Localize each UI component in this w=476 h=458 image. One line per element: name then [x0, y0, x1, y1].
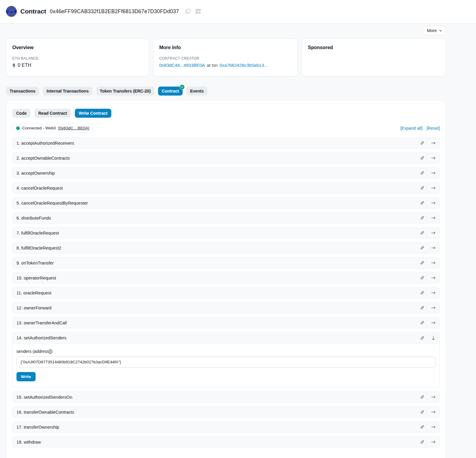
page-title: Contract — [20, 8, 46, 15]
permalink-icon[interactable] — [420, 440, 425, 444]
permalink-icon[interactable] — [420, 216, 425, 220]
function-row-7[interactable]: 7. fulfillOracleRequest — [12, 227, 440, 238]
more-dropdown-label: More — [427, 28, 437, 33]
function-row-4[interactable]: 4. cancelOracleRequest — [12, 182, 440, 194]
function-label: 12. ownerForward — [16, 306, 51, 310]
function-row-15[interactable]: 15. setAuthorizedSendersOn — [12, 392, 440, 403]
creation-txn-link[interactable]: 0xa7662428c3b5eb13… — [219, 63, 268, 68]
function-label: 3. acceptOwnership — [16, 171, 55, 176]
subtab-write-contract[interactable]: Write Contract — [75, 109, 111, 118]
permalink-icon[interactable] — [420, 201, 425, 205]
expand-arrow-icon[interactable] — [431, 306, 436, 310]
subtab-read-contract[interactable]: Read Contract — [34, 109, 71, 118]
tab-token-transfers[interactable]: Token Transfers (ERC-20) — [96, 87, 154, 96]
at-txn-text: at txn — [207, 63, 218, 68]
more-dropdown-button[interactable]: More — [423, 26, 446, 35]
expand-arrow-icon[interactable] — [431, 246, 436, 250]
expand-arrow-icon[interactable] — [431, 410, 436, 414]
copy-address-icon[interactable] — [186, 9, 190, 14]
function-row-16[interactable]: 16. transferOwnableContracts — [12, 406, 440, 418]
expand-arrow-icon[interactable] — [431, 141, 436, 145]
expand-arrow-icon[interactable] — [431, 395, 436, 399]
function-row-18[interactable]: 18. withdraw — [12, 436, 440, 448]
permalink-icon[interactable] — [420, 231, 425, 235]
connected-status-dot — [16, 126, 20, 130]
creator-address-link[interactable]: 0x83dC44...4933BE0A — [159, 63, 205, 68]
function-label: 2. acceptOwnableContracts — [16, 156, 70, 161]
page-body: More Overview ETH BALANCE 0 ETH More Inf… — [0, 24, 476, 458]
function-label: 18. withdraw — [16, 440, 41, 445]
expand-all-link[interactable]: [Expand all] — [400, 126, 422, 131]
function-label: 8. fulfillOracleRequest2 — [16, 246, 61, 250]
function-row-10[interactable]: 10. operatorRequest — [12, 272, 440, 283]
function-label: 13. ownerTransferAndCall — [16, 321, 67, 325]
function-row-5[interactable]: 5. cancelOracleRequestByRequester — [12, 197, 440, 208]
permalink-icon[interactable] — [420, 321, 425, 325]
expand-arrow-icon[interactable] — [431, 291, 436, 295]
permalink-icon[interactable] — [420, 246, 425, 250]
permalink-icon[interactable] — [420, 186, 425, 190]
expand-arrow-icon[interactable] — [431, 186, 436, 190]
tab-transactions[interactable]: Transactions — [6, 87, 39, 96]
function-label: 9. onTokenTransfer — [16, 261, 54, 265]
more-info-card: More Info CONTRACT CREATOR 0x83dC44...49… — [153, 39, 298, 76]
tab-contract-label: Contract — [162, 89, 179, 93]
function-row-2[interactable]: 2. acceptOwnableContracts — [12, 152, 440, 164]
permalink-icon[interactable] — [420, 306, 425, 310]
permalink-icon[interactable] — [420, 291, 425, 295]
permalink-icon[interactable] — [420, 156, 425, 160]
function-row-8[interactable]: 8. fulfillOracleRequest2 — [12, 242, 440, 253]
permalink-icon[interactable] — [420, 336, 425, 340]
contract-creator-label: CONTRACT CREATOR — [159, 56, 291, 61]
permalink-icon[interactable] — [420, 261, 425, 265]
senders-param-label: senders (address[]) — [16, 349, 436, 354]
function-label: 5. cancelOracleRequestByRequester — [16, 201, 88, 205]
overview-card: Overview ETH BALANCE 0 ETH — [6, 39, 149, 76]
function-row-11[interactable]: 11. oracleRequest — [12, 287, 440, 298]
contract-identicon-avatar — [6, 6, 17, 17]
write-button[interactable]: Write — [16, 372, 36, 381]
permalink-icon[interactable] — [420, 141, 425, 145]
expand-arrow-icon[interactable] — [431, 201, 436, 205]
function-row-6[interactable]: 6. distributeFunds — [12, 212, 440, 223]
function-row-13[interactable]: 13. ownerTransferAndCall — [12, 317, 440, 328]
expand-arrow-icon[interactable] — [431, 216, 436, 220]
collapse-arrow-icon[interactable] — [431, 336, 436, 340]
function-row-1[interactable]: 1. acceptAuthorizedReceivers — [12, 137, 440, 149]
chevron-down-icon — [439, 29, 442, 32]
expand-arrow-icon[interactable] — [431, 321, 436, 325]
permalink-icon[interactable] — [420, 276, 425, 280]
permalink-icon[interactable] — [420, 410, 425, 414]
connected-wallet-link[interactable]: [0x83dC....BE0A] — [58, 126, 89, 130]
function-label: 15. setAuthorizedSendersOn — [16, 395, 72, 400]
function-section-14: 14. setAuthorizedSenders senders (addres… — [12, 332, 440, 388]
qr-code-icon[interactable] — [196, 9, 201, 14]
permalink-icon[interactable] — [420, 171, 425, 175]
function-row-9[interactable]: 9. onTokenTransfer — [12, 257, 440, 268]
function-row-12[interactable]: 12. ownerForward — [12, 302, 440, 313]
expand-arrow-icon[interactable] — [431, 276, 436, 280]
function-label: 14. setAuthorizedSenders — [16, 335, 66, 340]
tab-events[interactable]: Events — [187, 87, 207, 96]
function-row-3[interactable]: 3. acceptOwnership — [12, 167, 440, 179]
expand-arrow-icon[interactable] — [431, 425, 436, 429]
function-label: 11. oracleRequest — [16, 291, 51, 295]
expand-arrow-icon[interactable] — [431, 156, 436, 160]
eth-balance-value: 0 ETH — [18, 63, 31, 68]
subtab-code[interactable]: Code — [12, 109, 31, 118]
permalink-icon[interactable] — [420, 425, 425, 429]
reset-link[interactable]: [Reset] — [427, 126, 440, 131]
main-tabs: Transactions Internal Transactions Token… — [6, 87, 446, 96]
function-row-14[interactable]: 14. setAuthorizedSenders — [13, 332, 439, 344]
senders-input[interactable] — [16, 356, 436, 368]
expand-arrow-icon[interactable] — [431, 261, 436, 265]
contract-address: 0x46eFF99CAB332f1B2EB2Ff6813D67e7D30FDd0… — [50, 8, 179, 15]
tab-internal-transactions[interactable]: Internal Transactions — [43, 87, 92, 96]
page-header: Contract 0x46eFF99CAB332f1B2EB2Ff6813D67… — [0, 0, 476, 24]
tab-contract[interactable]: Contract — [158, 87, 183, 96]
function-row-17[interactable]: 17. transferOwnership — [12, 421, 440, 433]
permalink-icon[interactable] — [420, 395, 425, 399]
expand-arrow-icon[interactable] — [431, 440, 436, 444]
expand-arrow-icon[interactable] — [431, 231, 436, 235]
expand-arrow-icon[interactable] — [431, 171, 436, 175]
